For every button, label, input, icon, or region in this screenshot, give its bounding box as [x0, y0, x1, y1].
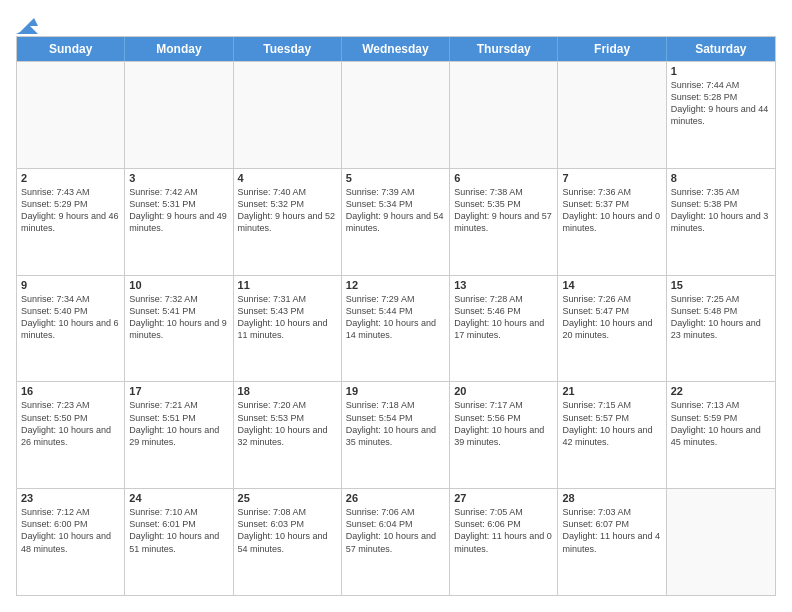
calendar-row-0: 1Sunrise: 7:44 AM Sunset: 5:28 PM Daylig… — [17, 61, 775, 168]
calendar-cell: 22Sunrise: 7:13 AM Sunset: 5:59 PM Dayli… — [667, 382, 775, 488]
calendar: SundayMondayTuesdayWednesdayThursdayFrid… — [16, 36, 776, 596]
day-number: 3 — [129, 172, 228, 184]
day-info: Sunrise: 7:42 AM Sunset: 5:31 PM Dayligh… — [129, 186, 228, 235]
day-number: 8 — [671, 172, 771, 184]
day-number: 19 — [346, 385, 445, 397]
day-info: Sunrise: 7:15 AM Sunset: 5:57 PM Dayligh… — [562, 399, 661, 448]
calendar-cell: 20Sunrise: 7:17 AM Sunset: 5:56 PM Dayli… — [450, 382, 558, 488]
calendar-cell: 21Sunrise: 7:15 AM Sunset: 5:57 PM Dayli… — [558, 382, 666, 488]
day-info: Sunrise: 7:38 AM Sunset: 5:35 PM Dayligh… — [454, 186, 553, 235]
day-info: Sunrise: 7:03 AM Sunset: 6:07 PM Dayligh… — [562, 506, 661, 555]
day-number: 2 — [21, 172, 120, 184]
svg-marker-0 — [16, 18, 38, 34]
calendar-header: SundayMondayTuesdayWednesdayThursdayFrid… — [17, 37, 775, 61]
header — [16, 16, 776, 28]
calendar-cell: 10Sunrise: 7:32 AM Sunset: 5:41 PM Dayli… — [125, 276, 233, 382]
calendar-cell — [667, 489, 775, 595]
calendar-cell: 18Sunrise: 7:20 AM Sunset: 5:53 PM Dayli… — [234, 382, 342, 488]
day-info: Sunrise: 7:36 AM Sunset: 5:37 PM Dayligh… — [562, 186, 661, 235]
calendar-cell — [234, 62, 342, 168]
calendar-cell: 13Sunrise: 7:28 AM Sunset: 5:46 PM Dayli… — [450, 276, 558, 382]
day-number: 23 — [21, 492, 120, 504]
day-info: Sunrise: 7:34 AM Sunset: 5:40 PM Dayligh… — [21, 293, 120, 342]
day-info: Sunrise: 7:40 AM Sunset: 5:32 PM Dayligh… — [238, 186, 337, 235]
day-number: 10 — [129, 279, 228, 291]
calendar-cell: 9Sunrise: 7:34 AM Sunset: 5:40 PM Daylig… — [17, 276, 125, 382]
day-number: 12 — [346, 279, 445, 291]
calendar-cell — [342, 62, 450, 168]
header-day-thursday: Thursday — [450, 37, 558, 61]
calendar-body: 1Sunrise: 7:44 AM Sunset: 5:28 PM Daylig… — [17, 61, 775, 595]
calendar-cell: 16Sunrise: 7:23 AM Sunset: 5:50 PM Dayli… — [17, 382, 125, 488]
day-number: 18 — [238, 385, 337, 397]
calendar-cell — [125, 62, 233, 168]
calendar-row-4: 23Sunrise: 7:12 AM Sunset: 6:00 PM Dayli… — [17, 488, 775, 595]
day-number: 14 — [562, 279, 661, 291]
day-info: Sunrise: 7:32 AM Sunset: 5:41 PM Dayligh… — [129, 293, 228, 342]
calendar-cell: 3Sunrise: 7:42 AM Sunset: 5:31 PM Daylig… — [125, 169, 233, 275]
calendar-cell: 28Sunrise: 7:03 AM Sunset: 6:07 PM Dayli… — [558, 489, 666, 595]
day-info: Sunrise: 7:23 AM Sunset: 5:50 PM Dayligh… — [21, 399, 120, 448]
header-day-sunday: Sunday — [17, 37, 125, 61]
day-info: Sunrise: 7:29 AM Sunset: 5:44 PM Dayligh… — [346, 293, 445, 342]
day-number: 11 — [238, 279, 337, 291]
day-info: Sunrise: 7:06 AM Sunset: 6:04 PM Dayligh… — [346, 506, 445, 555]
day-info: Sunrise: 7:18 AM Sunset: 5:54 PM Dayligh… — [346, 399, 445, 448]
calendar-row-1: 2Sunrise: 7:43 AM Sunset: 5:29 PM Daylig… — [17, 168, 775, 275]
day-number: 4 — [238, 172, 337, 184]
calendar-row-3: 16Sunrise: 7:23 AM Sunset: 5:50 PM Dayli… — [17, 381, 775, 488]
day-info: Sunrise: 7:05 AM Sunset: 6:06 PM Dayligh… — [454, 506, 553, 555]
day-info: Sunrise: 7:08 AM Sunset: 6:03 PM Dayligh… — [238, 506, 337, 555]
day-number: 7 — [562, 172, 661, 184]
calendar-cell: 23Sunrise: 7:12 AM Sunset: 6:00 PM Dayli… — [17, 489, 125, 595]
calendar-cell: 6Sunrise: 7:38 AM Sunset: 5:35 PM Daylig… — [450, 169, 558, 275]
day-info: Sunrise: 7:39 AM Sunset: 5:34 PM Dayligh… — [346, 186, 445, 235]
day-number: 6 — [454, 172, 553, 184]
calendar-cell: 2Sunrise: 7:43 AM Sunset: 5:29 PM Daylig… — [17, 169, 125, 275]
day-info: Sunrise: 7:17 AM Sunset: 5:56 PM Dayligh… — [454, 399, 553, 448]
day-number: 21 — [562, 385, 661, 397]
day-number: 17 — [129, 385, 228, 397]
day-info: Sunrise: 7:20 AM Sunset: 5:53 PM Dayligh… — [238, 399, 337, 448]
day-number: 1 — [671, 65, 771, 77]
calendar-cell: 24Sunrise: 7:10 AM Sunset: 6:01 PM Dayli… — [125, 489, 233, 595]
day-number: 26 — [346, 492, 445, 504]
calendar-cell: 19Sunrise: 7:18 AM Sunset: 5:54 PM Dayli… — [342, 382, 450, 488]
day-number: 15 — [671, 279, 771, 291]
header-day-friday: Friday — [558, 37, 666, 61]
calendar-cell: 12Sunrise: 7:29 AM Sunset: 5:44 PM Dayli… — [342, 276, 450, 382]
day-number: 24 — [129, 492, 228, 504]
calendar-cell: 11Sunrise: 7:31 AM Sunset: 5:43 PM Dayli… — [234, 276, 342, 382]
calendar-cell: 26Sunrise: 7:06 AM Sunset: 6:04 PM Dayli… — [342, 489, 450, 595]
day-number: 5 — [346, 172, 445, 184]
calendar-row-2: 9Sunrise: 7:34 AM Sunset: 5:40 PM Daylig… — [17, 275, 775, 382]
day-info: Sunrise: 7:28 AM Sunset: 5:46 PM Dayligh… — [454, 293, 553, 342]
logo-icon — [16, 16, 38, 34]
calendar-cell: 4Sunrise: 7:40 AM Sunset: 5:32 PM Daylig… — [234, 169, 342, 275]
calendar-cell: 15Sunrise: 7:25 AM Sunset: 5:48 PM Dayli… — [667, 276, 775, 382]
day-info: Sunrise: 7:26 AM Sunset: 5:47 PM Dayligh… — [562, 293, 661, 342]
calendar-cell — [450, 62, 558, 168]
day-number: 22 — [671, 385, 771, 397]
calendar-cell: 1Sunrise: 7:44 AM Sunset: 5:28 PM Daylig… — [667, 62, 775, 168]
day-number: 9 — [21, 279, 120, 291]
page: SundayMondayTuesdayWednesdayThursdayFrid… — [0, 0, 792, 612]
day-number: 25 — [238, 492, 337, 504]
calendar-cell — [558, 62, 666, 168]
day-info: Sunrise: 7:13 AM Sunset: 5:59 PM Dayligh… — [671, 399, 771, 448]
day-number: 28 — [562, 492, 661, 504]
day-number: 13 — [454, 279, 553, 291]
header-day-saturday: Saturday — [667, 37, 775, 61]
day-number: 27 — [454, 492, 553, 504]
calendar-cell: 17Sunrise: 7:21 AM Sunset: 5:51 PM Dayli… — [125, 382, 233, 488]
day-info: Sunrise: 7:21 AM Sunset: 5:51 PM Dayligh… — [129, 399, 228, 448]
day-info: Sunrise: 7:12 AM Sunset: 6:00 PM Dayligh… — [21, 506, 120, 555]
calendar-cell: 14Sunrise: 7:26 AM Sunset: 5:47 PM Dayli… — [558, 276, 666, 382]
calendar-cell: 25Sunrise: 7:08 AM Sunset: 6:03 PM Dayli… — [234, 489, 342, 595]
header-day-monday: Monday — [125, 37, 233, 61]
day-info: Sunrise: 7:25 AM Sunset: 5:48 PM Dayligh… — [671, 293, 771, 342]
day-info: Sunrise: 7:10 AM Sunset: 6:01 PM Dayligh… — [129, 506, 228, 555]
calendar-cell: 27Sunrise: 7:05 AM Sunset: 6:06 PM Dayli… — [450, 489, 558, 595]
day-number: 20 — [454, 385, 553, 397]
calendar-cell: 5Sunrise: 7:39 AM Sunset: 5:34 PM Daylig… — [342, 169, 450, 275]
